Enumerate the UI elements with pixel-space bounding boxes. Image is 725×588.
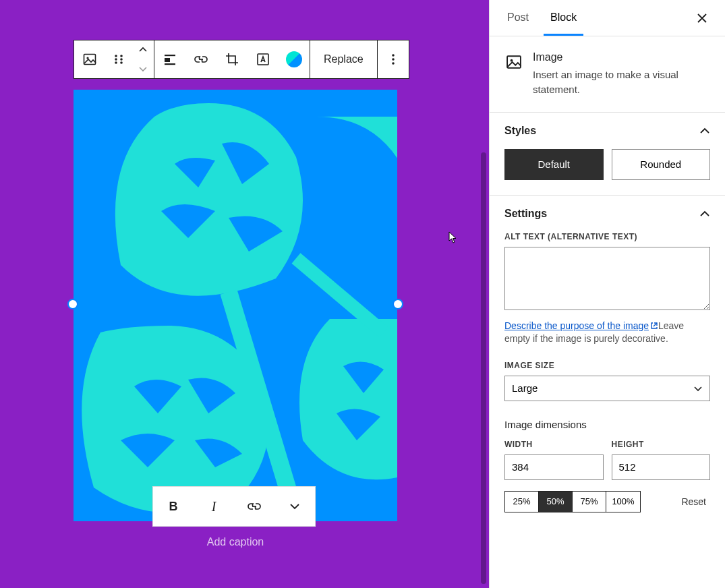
svg-rect-10 (165, 63, 175, 65)
chevron-up-icon (699, 127, 710, 135)
dimensions-label: Image dimensions (504, 419, 710, 430)
style-default-button[interactable]: Default (504, 149, 604, 180)
resize-handle-left[interactable] (67, 299, 78, 310)
tab-post[interactable]: Post (500, 0, 535, 36)
link-icon (194, 52, 208, 67)
more-options-button[interactable] (378, 40, 409, 78)
pct-100-button[interactable]: 100% (606, 492, 640, 512)
svg-point-14 (392, 58, 395, 61)
settings-panel-toggle[interactable]: Settings (490, 196, 725, 232)
close-icon (695, 11, 709, 25)
italic-button[interactable]: I (194, 487, 234, 526)
svg-point-2 (115, 55, 117, 57)
resize-handle-right[interactable] (393, 299, 403, 310)
block-type-image-button[interactable] (74, 40, 105, 78)
editor-canvas[interactable]: Replace B I (0, 0, 489, 588)
move-up-down (132, 40, 154, 78)
link-icon (247, 499, 262, 514)
alt-text-help-link[interactable]: Describe the purpose of the image (504, 320, 658, 331)
svg-point-5 (120, 58, 123, 61)
pct-50-button[interactable]: 50% (539, 492, 573, 512)
styles-heading: Styles (504, 125, 536, 137)
align-button[interactable] (154, 40, 185, 78)
drag-handle-icon (112, 53, 125, 66)
text-overlay-icon (256, 52, 270, 67)
canvas-scrollbar-thumb[interactable] (481, 152, 486, 584)
external-link-icon (650, 322, 658, 330)
bold-button[interactable]: B (153, 487, 194, 526)
more-vertical-icon (386, 52, 401, 67)
block-description: Image Insert an image to make a visual s… (490, 36, 725, 112)
tab-block[interactable]: Block (544, 0, 583, 36)
svg-point-6 (115, 61, 117, 64)
reset-dimensions-button[interactable]: Reset (677, 496, 710, 508)
text-overlay-button[interactable] (248, 40, 279, 78)
image-block[interactable] (74, 90, 397, 521)
svg-rect-18 (507, 56, 521, 68)
image-icon (504, 53, 523, 71)
block-title: Image (533, 51, 710, 63)
svg-point-15 (392, 62, 395, 65)
settings-heading: Settings (504, 208, 547, 220)
height-input[interactable] (612, 454, 711, 480)
close-sidebar-button[interactable] (690, 6, 714, 30)
percentage-preset-group: 25% 50% 75% 100% (504, 491, 641, 512)
chevron-down-icon (693, 385, 703, 392)
pct-25-button[interactable]: 25% (505, 492, 539, 512)
chevron-up-icon (138, 47, 148, 53)
height-label: HEIGHT (612, 440, 711, 449)
image-size-select[interactable]: Large (504, 376, 710, 401)
caption-link-button[interactable] (234, 487, 274, 526)
chevron-down-icon (138, 65, 148, 72)
image-icon (82, 51, 98, 67)
more-format-button[interactable] (274, 487, 315, 526)
styles-panel-toggle[interactable]: Styles (490, 113, 725, 149)
alt-text-label: ALT TEXT (ALTERNATIVE TEXT) (504, 232, 710, 241)
move-up-button[interactable] (132, 40, 154, 59)
svg-rect-8 (165, 55, 175, 56)
duotone-icon (286, 51, 302, 67)
image-size-value: Large (512, 382, 538, 394)
alt-text-helper: Describe the purpose of the imageLeave e… (504, 320, 710, 346)
image-size-label: IMAGE SIZE (504, 361, 710, 370)
width-input[interactable] (504, 454, 604, 480)
svg-point-13 (392, 54, 395, 57)
crop-icon (225, 52, 239, 67)
block-description-text: Insert an image to make a visual stateme… (533, 67, 710, 97)
svg-point-4 (115, 58, 117, 61)
width-label: WIDTH (504, 440, 604, 449)
caption-placeholder[interactable]: Add caption (74, 536, 397, 548)
svg-point-3 (120, 55, 123, 57)
svg-rect-0 (84, 55, 96, 65)
image-content (74, 90, 397, 521)
svg-rect-9 (165, 58, 170, 62)
cursor-icon (448, 231, 458, 243)
block-toolbar: Replace (74, 40, 409, 79)
pct-75-button[interactable]: 75% (573, 492, 606, 512)
caption-format-toolbar: B I (152, 486, 316, 527)
drag-handle-button[interactable] (105, 40, 132, 78)
duotone-button[interactable] (279, 40, 310, 78)
settings-sidebar: Post Block Image Insert an image to make… (489, 0, 725, 588)
link-button[interactable] (185, 40, 216, 78)
alt-text-input[interactable] (504, 247, 710, 310)
style-rounded-button[interactable]: Rounded (612, 149, 711, 180)
chevron-up-icon (699, 210, 710, 218)
replace-button[interactable]: Replace (310, 40, 377, 78)
sidebar-tabs: Post Block (490, 0, 725, 36)
move-down-button[interactable] (132, 59, 154, 78)
crop-button[interactable] (216, 40, 248, 78)
chevron-down-icon (289, 502, 300, 510)
align-icon (163, 52, 177, 67)
svg-point-7 (120, 61, 123, 64)
